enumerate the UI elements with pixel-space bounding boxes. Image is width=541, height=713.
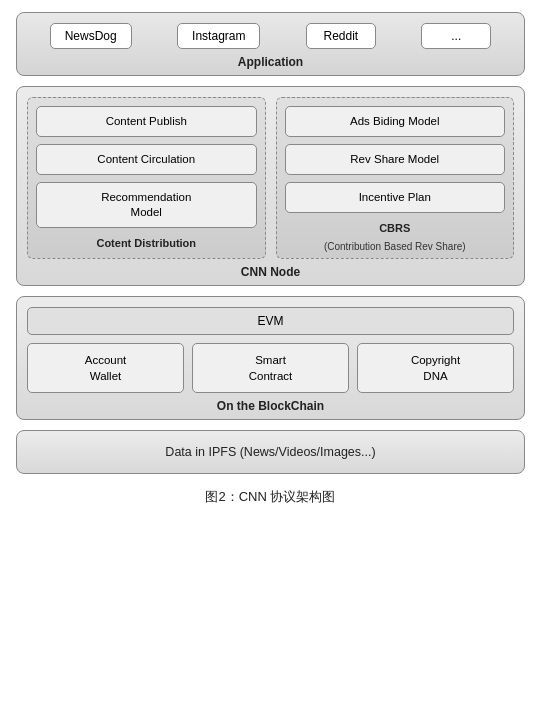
cnn-section: Content Publish Content Circulation Reco… [16,86,525,286]
cbrs-sublabel: (Contribution Based Rev Share) [324,241,466,252]
ipfs-section: Data in IPFS (News/Videos/Images...) [16,430,525,474]
cbrs-panel: Ads Biding Model Rev Share Model Incenti… [276,97,515,259]
smart-contract-box: SmartContract [192,343,349,393]
cbrs-label: CBRS [379,222,410,234]
recommendation-model-box: RecommendationModel [36,182,257,228]
copyright-dna-box: CopyrightDNA [357,343,514,393]
chain-items-row: AccountWallet SmartContract CopyrightDNA [27,343,514,393]
app-item-more: ... [421,23,491,49]
app-item-reddit: Reddit [306,23,376,49]
content-distribution-panel: Content Publish Content Circulation Reco… [27,97,266,259]
ipfs-text: Data in IPFS (News/Videos/Images...) [27,445,514,459]
rev-share-model-box: Rev Share Model [285,144,506,175]
right-panel-boxes: Ads Biding Model Rev Share Model Incenti… [285,106,506,213]
content-circulation-box: Content Circulation [36,144,257,175]
cnn-label: CNN Node [27,265,514,279]
content-publish-box: Content Publish [36,106,257,137]
ads-biding-model-box: Ads Biding Model [285,106,506,137]
blockchain-section: EVM AccountWallet SmartContract Copyrigh… [16,296,525,420]
app-label: Application [27,55,514,69]
blockchain-label: On the BlockChain [27,399,514,413]
incentive-plan-box: Incentive Plan [285,182,506,213]
left-panel-boxes: Content Publish Content Circulation Reco… [36,106,257,228]
app-items-row: NewsDog Instagram Reddit ... [27,23,514,49]
app-item-instagram: Instagram [177,23,260,49]
application-section: NewsDog Instagram Reddit ... Application [16,12,525,76]
evm-box: EVM [27,307,514,335]
content-distribution-label: Cotent Distribution [96,237,196,249]
caption: 图2：CNN 协议架构图 [205,488,335,506]
cnn-panels: Content Publish Content Circulation Reco… [27,97,514,259]
account-wallet-box: AccountWallet [27,343,184,393]
app-item-newsdog: NewsDog [50,23,132,49]
